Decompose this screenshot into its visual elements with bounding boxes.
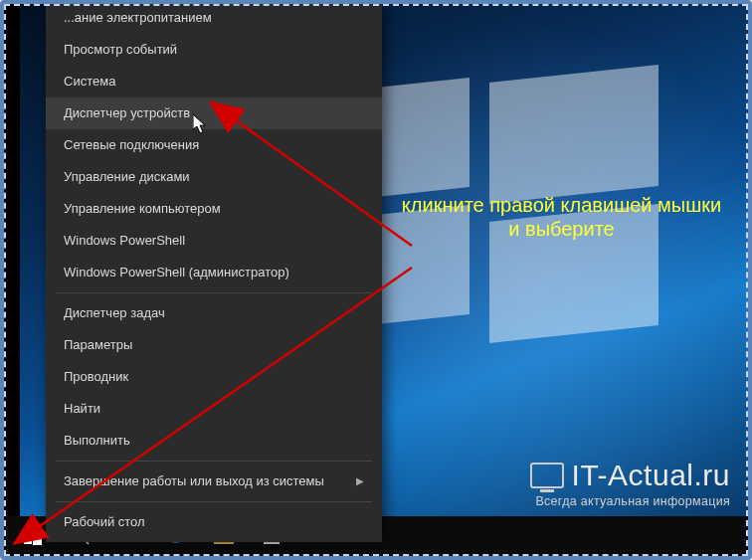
menu-separator: [56, 501, 372, 502]
menu-item-computer-management[interactable]: Управление компьютером: [46, 193, 382, 225]
menu-item[interactable]: ...ание электропитанием: [46, 8, 382, 34]
annotation-text: кликните правой клавишей мышки и выберит…: [380, 193, 743, 241]
menu-item-label: Сетевые подключения: [64, 137, 199, 152]
svg-rect-5: [33, 536, 42, 545]
menu-item-device-manager[interactable]: Диспетчер устройств: [46, 97, 382, 129]
menu-item-task-manager[interactable]: Диспетчер задач: [46, 297, 382, 329]
monitor-icon: [530, 463, 564, 488]
menu-item-powershell[interactable]: Windows PowerShell: [46, 225, 382, 257]
annotation-line: и выберите: [380, 217, 743, 241]
left-rail: [4, 4, 20, 516]
menu-item-shutdown-signout[interactable]: Завершение работы или выход из системы▶: [46, 466, 382, 497]
menu-item-label: Система: [64, 74, 115, 89]
menu-item-label: Диспетчер устройств: [64, 105, 190, 120]
menu-item-powershell-admin[interactable]: Windows PowerShell (администратор): [46, 257, 382, 288]
menu-item-disk-management[interactable]: Управление дисками: [46, 161, 382, 193]
watermark: IT-Actual.ru Всегда актуальная информаци…: [530, 459, 730, 508]
winx-context-menu: ...ание электропитанием Просмотр событий…: [46, 4, 382, 542]
menu-separator: [56, 292, 372, 293]
menu-item-settings[interactable]: Параметры: [46, 329, 382, 361]
menu-item-label: Завершение работы или выход из системы: [64, 473, 324, 488]
menu-item-system[interactable]: Система: [46, 66, 382, 97]
menu-item-desktop[interactable]: Рабочий стол: [46, 506, 382, 538]
menu-item-label: Просмотр событий: [64, 42, 177, 57]
svg-rect-2: [24, 528, 32, 535]
menu-separator: [56, 461, 372, 462]
menu-item-label: Диспетчер задач: [64, 305, 165, 320]
menu-item-event-viewer[interactable]: Просмотр событий: [46, 34, 382, 66]
menu-item-search[interactable]: Найти: [46, 393, 382, 425]
menu-item-explorer[interactable]: Проводник: [46, 361, 382, 393]
menu-item-network-connections[interactable]: Сетевые подключения: [46, 129, 382, 161]
menu-item-label: Windows PowerShell (администратор): [64, 265, 289, 280]
windows-logo-icon: [24, 527, 42, 545]
watermark-subtitle: Всегда актуальная информация: [530, 494, 730, 508]
menu-item-label: ...ание электропитанием: [64, 10, 212, 25]
menu-item-label: Выполнить: [64, 433, 130, 448]
screenshot-canvas: ...ание электропитанием Просмотр событий…: [0, 0, 752, 560]
menu-item-label: Windows PowerShell: [64, 233, 185, 248]
menu-item-label: Управление компьютером: [64, 201, 221, 216]
svg-rect-4: [24, 537, 32, 544]
annotation-line: кликните правой клавишей мышки: [380, 193, 743, 217]
menu-item-run[interactable]: Выполнить: [46, 425, 382, 457]
menu-item-label: Найти: [64, 401, 100, 416]
menu-item-label: Рабочий стол: [64, 514, 145, 529]
menu-item-label: Проводник: [64, 369, 128, 384]
chevron-right-icon: ▶: [356, 473, 364, 489]
menu-item-label: Параметры: [64, 337, 132, 352]
svg-rect-3: [33, 527, 42, 535]
menu-item-label: Управление дисками: [64, 169, 190, 184]
watermark-title: IT-Actual.ru: [572, 459, 730, 492]
